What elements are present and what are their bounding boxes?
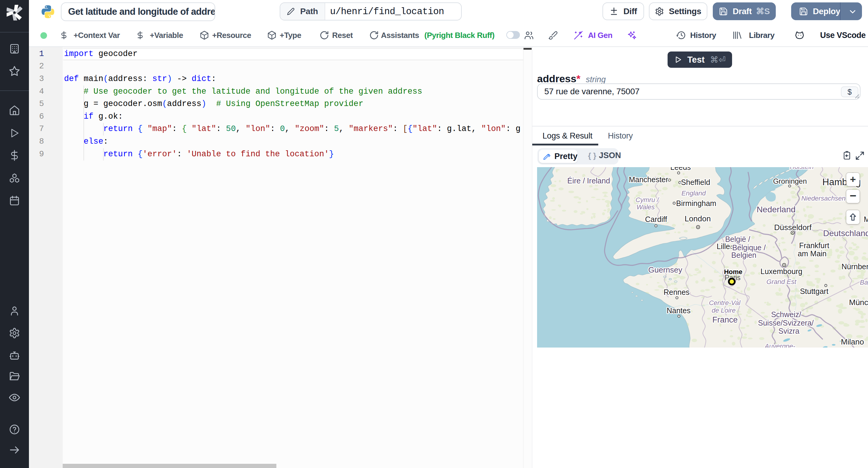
svg-text:Wales: Wales xyxy=(637,203,655,211)
svg-text:Münster: Münster xyxy=(864,215,868,224)
svg-text:Schweiz/: Schweiz/ xyxy=(771,310,801,319)
svg-text:Luxembourg: Luxembourg xyxy=(761,267,802,275)
svg-text:Milano: Milano xyxy=(841,337,864,346)
svg-text:Bayern: Bayern xyxy=(860,278,868,286)
svg-text:Frankfurt: Frankfurt xyxy=(799,241,829,250)
svg-text:Düsseldorf: Düsseldorf xyxy=(774,223,812,232)
svg-text:Birmingham: Birmingham xyxy=(676,199,716,207)
svg-text:Centre-Val: Centre-Val xyxy=(709,299,741,307)
svg-text:England: England xyxy=(681,190,706,197)
svg-text:Leeds: Leeds xyxy=(670,167,691,171)
svg-text:de Loire: de Loire xyxy=(712,307,736,314)
svg-text:France: France xyxy=(712,315,738,324)
svg-text:Manchester: Manchester xyxy=(629,175,668,184)
svg-text:Grand Est: Grand Est xyxy=(767,278,797,286)
svg-text:Rennes: Rennes xyxy=(664,288,689,296)
svg-text:Groningen: Groningen xyxy=(773,177,807,185)
svg-text:Belgien: Belgien xyxy=(731,251,756,259)
svg-text:Sheffield: Sheffield xyxy=(681,178,710,187)
svg-text:London: London xyxy=(685,214,711,223)
svg-text:Auvergne-: Auvergne- xyxy=(764,342,795,347)
svg-text:Lille: Lille xyxy=(717,242,730,250)
svg-text:Cardiff: Cardiff xyxy=(645,215,667,224)
svg-text:Deutschland: Deutschland xyxy=(823,229,868,238)
svg-text:Belgique /: Belgique / xyxy=(732,243,766,252)
svg-text:Holstein: Holstein xyxy=(789,167,813,170)
svg-text:Nederland: Nederland xyxy=(756,205,795,214)
svg-text:Nantes: Nantes xyxy=(667,306,690,315)
svg-text:Nürnberg: Nürnberg xyxy=(841,262,868,271)
svg-text:Niedersachsen: Niedersachsen xyxy=(801,195,846,202)
svg-text:Suisse/Svizzera/: Suisse/Svizzera/ xyxy=(758,319,814,327)
svg-text:München: München xyxy=(849,298,868,307)
svg-text:Cymru /: Cymru / xyxy=(636,196,659,204)
svg-text:Guernsey: Guernsey xyxy=(648,265,682,274)
svg-text:Éire / Ireland: Éire / Ireland xyxy=(567,176,610,185)
svg-text:Stuttgart: Stuttgart xyxy=(800,287,829,295)
svg-text:am Main: am Main xyxy=(798,249,827,258)
svg-text:Svizra: Svizra xyxy=(778,327,800,335)
